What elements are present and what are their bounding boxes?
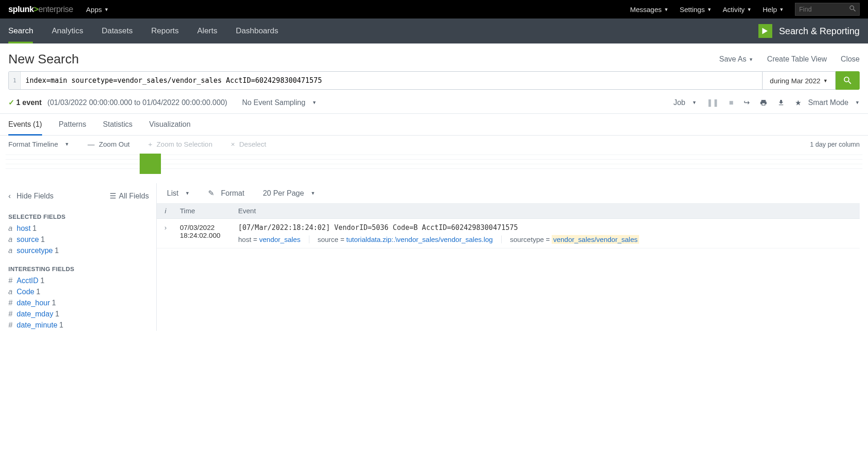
field-item[interactable]: ahost1 (8, 223, 149, 234)
field-item[interactable]: #date_mday1 (8, 309, 149, 320)
list-view-dropdown[interactable]: List ▼ (167, 189, 190, 198)
event-sampling-dropdown[interactable]: No Event Sampling ▼ (242, 99, 316, 107)
field-item[interactable]: #date_hour1 (8, 297, 149, 309)
events-panel: List ▼ ✎ Format 20 Per Page ▼ i Time Eve… (156, 183, 860, 331)
share-icon[interactable]: ↪ (744, 98, 750, 107)
field-item[interactable]: asource1 (8, 234, 149, 245)
event-content-cell: [07/Mar/2022:18:24:02] VendorID=5036 Cod… (233, 219, 860, 248)
stop-icon[interactable]: ■ (729, 99, 733, 107)
time-range-picker[interactable]: during Mar 2022▼ (763, 71, 836, 90)
pencil-icon: ✎ (208, 189, 214, 198)
global-topbar: splunk>enterprise Apps▼ Messages▼ Settin… (0, 0, 868, 19)
event-time-cell: 07/03/2022 18:24:02.000 (174, 219, 233, 248)
search-line-gutter: 1 (9, 72, 21, 89)
selected-fields-heading: SELECTED FIELDS (8, 213, 149, 220)
settings-menu[interactable]: Settings▼ (680, 6, 712, 13)
apps-menu[interactable]: Apps▼ (86, 6, 109, 13)
source-value-link[interactable]: tutorialdata.zip:.\vendor_sales/vendor_s… (346, 235, 493, 243)
timeline-scale-label: 1 day per column (810, 141, 860, 148)
zoom-to-selection-button: + Zoom to Selection (148, 140, 212, 148)
expand-row-button[interactable]: › (157, 219, 174, 248)
job-menu[interactable]: Job ▼ (673, 99, 696, 107)
interesting-fields-list: #AcctID1 aCode1 #date_hour1 #date_mday1 … (8, 275, 149, 331)
nav-analytics[interactable]: Analytics (43, 19, 92, 43)
host-value-link[interactable]: vendor_sales (259, 235, 300, 243)
col-info: i (157, 203, 174, 219)
page-header: New Search Save As▼ Create Table View Cl… (0, 43, 868, 71)
selected-fields-list: ahost1 asource1 asourcetype1 (8, 223, 149, 256)
event-raw-text: [07/Mar/2022:18:24:02] VendorID=5036 Cod… (238, 223, 854, 232)
nav-datasets[interactable]: Datasets (92, 19, 142, 43)
page-title: New Search (8, 52, 79, 67)
app-title: Search & Reporting (779, 26, 860, 37)
spl-search-input[interactable] (21, 72, 762, 89)
nav-reports[interactable]: Reports (142, 19, 188, 43)
events-table: i Time Event › 07/03/2022 18:24:02.000 [… (157, 203, 860, 248)
timeline-chart[interactable] (6, 151, 862, 174)
result-tabs: Events (1) Patterns Statistics Visualiza… (0, 114, 868, 136)
interesting-fields-heading: INTERESTING FIELDS (8, 266, 149, 272)
format-button[interactable]: ✎ Format (208, 189, 244, 198)
all-fields-button[interactable]: ☰All Fields (110, 192, 149, 200)
deselect-button: × Deselect (231, 140, 266, 148)
col-time: Time (174, 203, 233, 219)
results-area: ‹ Hide Fields ☰All Fields SELECTED FIELD… (0, 183, 868, 331)
brand-logo: splunk>enterprise (8, 5, 73, 14)
messages-menu[interactable]: Messages▼ (630, 6, 668, 13)
tab-events[interactable]: Events (1) (8, 114, 42, 135)
search-box: 1 (8, 71, 763, 90)
events-toolbar: List ▼ ✎ Format 20 Per Page ▼ (157, 183, 860, 203)
create-table-view-button[interactable]: Create Table View (767, 55, 827, 63)
nav-alerts[interactable]: Alerts (188, 19, 227, 43)
timeline-bar[interactable] (140, 154, 161, 174)
search-bar-row: 1 during Mar 2022▼ (0, 71, 868, 95)
timeline-controls: Format Timeline ▼ — Zoom Out + Zoom to S… (0, 136, 868, 151)
list-icon: ☰ (110, 192, 116, 200)
export-icon[interactable] (777, 99, 785, 106)
event-meta-row: host = vendor_sales source = tutorialdat… (238, 235, 854, 243)
event-count: 1 event (16, 99, 42, 107)
activity-menu[interactable]: Activity▼ (723, 6, 751, 13)
tab-visualization[interactable]: Visualization (149, 114, 191, 135)
chevron-left-icon: ‹ (8, 192, 11, 200)
print-icon[interactable] (760, 99, 767, 106)
search-icon (849, 5, 857, 14)
chevron-right-icon: › (165, 223, 167, 231)
field-item[interactable]: asourcetype1 (8, 245, 149, 256)
format-timeline-dropdown[interactable]: Format Timeline ▼ (8, 140, 69, 148)
hide-fields-button[interactable]: ‹ Hide Fields (8, 192, 54, 200)
nav-search[interactable]: Search (8, 19, 43, 43)
close-button[interactable]: Close (841, 55, 860, 63)
nav-dashboards[interactable]: Dashboards (227, 19, 288, 43)
field-item[interactable]: #date_minute1 (8, 320, 149, 331)
search-mode-dropdown[interactable]: Smart Mode ▼ (795, 99, 860, 107)
per-page-dropdown[interactable]: 20 Per Page ▼ (263, 189, 315, 198)
tab-statistics[interactable]: Statistics (103, 114, 133, 135)
fields-sidebar: ‹ Hide Fields ☰All Fields SELECTED FIELD… (8, 183, 156, 331)
field-item[interactable]: aCode1 (8, 286, 149, 297)
help-menu[interactable]: Help▼ (763, 6, 784, 13)
tab-patterns[interactable]: Patterns (59, 114, 86, 135)
check-icon: ✓ (8, 98, 14, 107)
save-as-button[interactable]: Save As▼ (719, 55, 753, 63)
event-row: › 07/03/2022 18:24:02.000 [07/Mar/2022:1… (157, 219, 860, 248)
event-time-span: (01/03/2022 00:00:00.000 to 01/04/2022 0… (48, 99, 228, 107)
app-icon (758, 24, 772, 38)
search-status-row: ✓ 1 event (01/03/2022 00:00:00.000 to 01… (0, 95, 868, 114)
col-event: Event (233, 203, 860, 219)
field-item[interactable]: #AcctID1 (8, 275, 149, 286)
app-navbar: Search Analytics Datasets Reports Alerts… (0, 19, 868, 43)
sourcetype-value-link[interactable]: vendor_sales/vendor_sales (552, 235, 639, 244)
run-search-button[interactable] (836, 71, 860, 90)
zoom-out-button[interactable]: — Zoom Out (88, 140, 130, 148)
pause-icon[interactable]: ❚❚ (707, 98, 719, 107)
